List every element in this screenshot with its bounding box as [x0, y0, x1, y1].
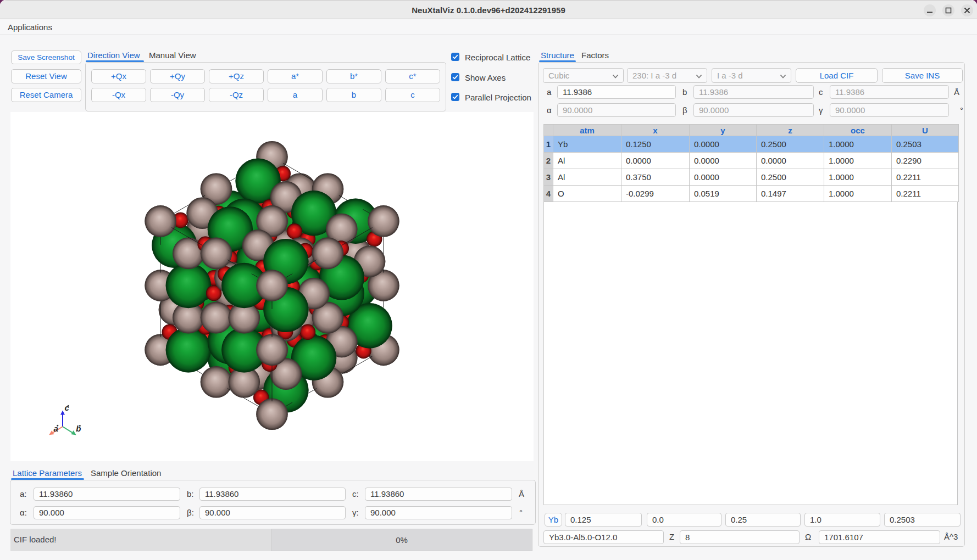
- svg-text:b: b: [76, 424, 81, 433]
- svg-text:c: c: [65, 403, 70, 412]
